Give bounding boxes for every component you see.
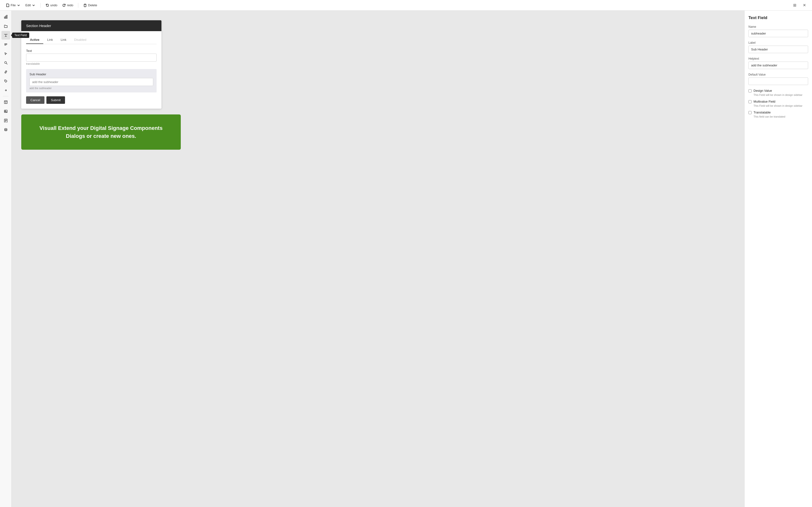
- chevron-down-icon: [17, 3, 20, 7]
- file-menu-group: File Edit: [4, 2, 38, 8]
- link-icon: [4, 70, 8, 74]
- name-field-label: Name: [749, 25, 808, 29]
- chart-sidebar-icon[interactable]: [1, 12, 10, 21]
- sub-header-helper: add the subheader: [30, 87, 153, 90]
- svg-rect-0: [84, 4, 86, 7]
- share-icon: [4, 89, 8, 92]
- right-sidebar: Text Field Name Label Helptext Default V…: [744, 11, 812, 507]
- submit-button[interactable]: Submit: [46, 96, 65, 104]
- design-value-desc: This Field will be shown in design sideb…: [754, 94, 802, 96]
- file-label: File: [11, 3, 16, 7]
- share-sidebar-icon[interactable]: [1, 86, 10, 95]
- multivalue-checkbox[interactable]: [749, 100, 752, 103]
- multivalue-content: Multivalue Field This Field will be show…: [754, 100, 802, 108]
- redo-label: redo: [67, 3, 73, 7]
- svg-point-22: [5, 128, 7, 129]
- tag-sidebar-icon[interactable]: [1, 77, 10, 86]
- tab-link-1[interactable]: Link: [43, 36, 57, 44]
- dialog-card: Section Header Active Link Link Disabled…: [21, 20, 161, 109]
- svg-rect-1: [4, 17, 5, 18]
- svg-point-12: [5, 80, 6, 81]
- sub-header-input[interactable]: [30, 78, 153, 86]
- label-field-input[interactable]: [749, 46, 808, 53]
- dialog-actions: Cancel Submit: [26, 96, 157, 104]
- multivalue-row: Multivalue Field This Field will be show…: [749, 100, 808, 108]
- cancel-button[interactable]: Cancel: [26, 96, 45, 104]
- sub-header-label: Sub Header: [30, 72, 153, 76]
- folder-sidebar-icon[interactable]: [1, 22, 10, 31]
- translatable-desc: This field can be translated: [754, 115, 785, 118]
- file-icon: [6, 3, 10, 7]
- undo-button[interactable]: undo: [44, 2, 59, 8]
- delete-icon: [83, 3, 87, 7]
- text-form-group: Text translatable: [26, 49, 157, 65]
- pointer-icon: [4, 52, 8, 56]
- search-sidebar-icon[interactable]: [1, 58, 10, 67]
- banner-line2: Dialogs or create new ones.: [39, 132, 162, 140]
- tab-link-2[interactable]: Link: [57, 36, 70, 44]
- svg-rect-3: [6, 15, 7, 18]
- undo-icon: [45, 3, 49, 7]
- default-value-label: Default Value: [749, 73, 808, 76]
- translatable-row: Translatable This field can be translate…: [749, 111, 808, 119]
- database-icon: [4, 128, 8, 131]
- paragraph-sidebar-icon[interactable]: [1, 40, 10, 49]
- design-value-row: Design Value This Field will be shown in…: [749, 89, 808, 97]
- default-value-field-group: Default Value: [749, 73, 808, 85]
- link-sidebar-icon[interactable]: [1, 68, 10, 76]
- tab-active[interactable]: Active: [26, 36, 43, 44]
- main-layout: Text Field: [0, 11, 812, 507]
- sub-header-block: Sub Header add the subheader: [26, 69, 157, 93]
- database-sidebar-icon[interactable]: [1, 125, 10, 134]
- right-sidebar-title: Text Field: [749, 15, 808, 20]
- paragraph-icon: [4, 43, 8, 46]
- redo-button[interactable]: redo: [60, 2, 75, 8]
- close-button[interactable]: ✕: [800, 1, 808, 9]
- label-field-group: Label: [749, 41, 808, 53]
- toolbar-separator-1: [40, 3, 41, 8]
- toolbar: File Edit undo redo Delete ⊞ ✕: [0, 0, 812, 11]
- chevron-down-icon-edit: [32, 3, 36, 7]
- helptext-field-group: Helptext: [749, 57, 808, 69]
- dialog-body: Active Link Link Disabled Text translata…: [21, 31, 161, 109]
- translatable-label: Translatable: [754, 111, 785, 114]
- text-helper: translatable: [26, 62, 157, 65]
- default-value-input[interactable]: [749, 77, 808, 85]
- folder-icon: [4, 24, 8, 28]
- multivalue-desc: This Field will be shown in design sideb…: [754, 104, 802, 107]
- image-sidebar-icon[interactable]: [1, 107, 10, 116]
- fullscreen-button[interactable]: ⊞: [791, 1, 799, 9]
- left-sidebar: Text Field: [0, 11, 12, 507]
- checkbox-section: Design Value This Field will be shown in…: [749, 89, 808, 119]
- translatable-content: Translatable This field can be translate…: [754, 111, 785, 119]
- chart-icon: [4, 15, 8, 19]
- canvas-area: Section Header Active Link Link Disabled…: [12, 11, 744, 507]
- text-input[interactable]: [26, 54, 157, 62]
- delete-label: Delete: [88, 3, 97, 7]
- redo-icon: [62, 3, 66, 7]
- design-value-content: Design Value This Field will be shown in…: [754, 89, 802, 97]
- dialog-header-text: Section Header: [26, 24, 51, 28]
- history-group: undo redo: [44, 2, 75, 8]
- helptext-field-input[interactable]: [749, 62, 808, 69]
- design-value-checkbox[interactable]: [749, 89, 752, 93]
- delete-button[interactable]: Delete: [81, 2, 99, 8]
- banner-text: Visuall Extend your Digital Signage Comp…: [39, 124, 162, 140]
- text-field-icon: [4, 33, 8, 37]
- dialog-header: Section Header: [21, 20, 161, 31]
- translatable-checkbox[interactable]: [749, 111, 752, 114]
- multivalue-label: Multivalue Field: [754, 100, 802, 103]
- edit-menu-button[interactable]: Edit: [23, 2, 38, 8]
- name-field-input[interactable]: [749, 30, 808, 37]
- template-icon: [4, 119, 8, 122]
- text-sidebar-icon[interactable]: Text Field: [1, 31, 10, 40]
- dialog-tabs: Active Link Link Disabled: [26, 36, 157, 44]
- pointer-sidebar-icon[interactable]: [1, 49, 10, 58]
- template-sidebar-icon[interactable]: [1, 116, 10, 125]
- edit-label: Edit: [26, 3, 31, 7]
- layout-sidebar-icon[interactable]: [1, 98, 10, 107]
- tab-disabled: Disabled: [70, 36, 90, 44]
- file-menu-button[interactable]: File: [4, 2, 22, 8]
- search-icon: [4, 61, 8, 65]
- image-icon: [4, 109, 8, 113]
